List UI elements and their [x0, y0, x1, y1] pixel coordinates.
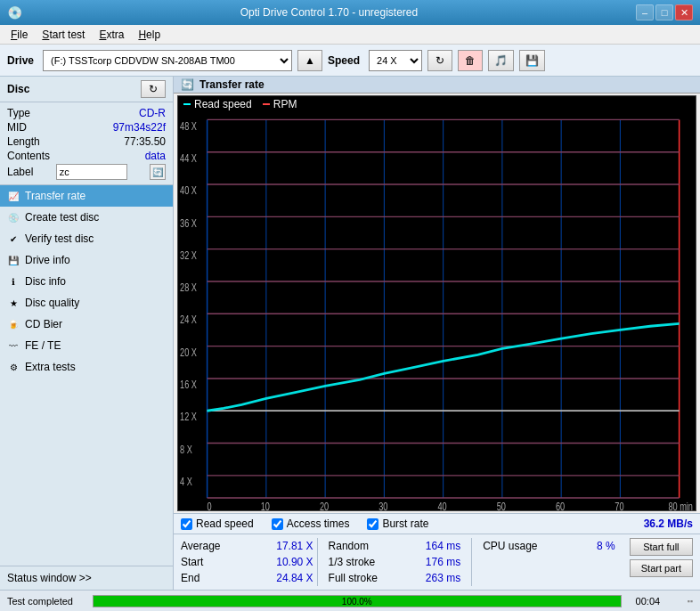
disc-label-input[interactable]: [56, 164, 127, 180]
svg-text:48 X: 48 X: [180, 119, 197, 132]
nav-disc-info[interactable]: ℹ Disc info: [0, 271, 173, 292]
nav-disc-quality[interactable]: ★ Disc quality: [0, 292, 173, 314]
status-window-button[interactable]: Status window >>: [0, 566, 173, 590]
nav-transfer-rate[interactable]: 📈 Transfer rate: [0, 185, 173, 207]
disc-length-row: Length 77:35.50: [7, 134, 166, 149]
disc-type-row: Type CD-R: [7, 106, 166, 120]
right-panel: 🔄 Transfer rate Read speed RPM: [174, 77, 700, 590]
progress-bar: 100.0%: [93, 595, 622, 607]
refresh-button[interactable]: ↻: [427, 50, 452, 71]
svg-text:0: 0: [208, 501, 212, 510]
title-bar: 💿 Opti Drive Control 1.70 - unregistered…: [0, 0, 700, 25]
chart-svg: 48 X 44 X 40 X 36 X 32 X 28 X 24 X 20 X …: [178, 112, 696, 510]
svg-text:80 min: 80 min: [668, 501, 693, 510]
cpu-value: 8 %: [562, 540, 615, 552]
svg-text:60: 60: [556, 501, 565, 510]
speed-select[interactable]: 24 X: [369, 50, 422, 71]
transfer-rate-icon: 📈: [7, 190, 20, 202]
disc-section-header: Disc ↻: [0, 77, 173, 102]
extra-tests-icon: ⚙: [7, 361, 20, 373]
end-stat-row: End 24.84 X: [181, 570, 313, 586]
eject-button[interactable]: ▲: [297, 50, 322, 71]
end-value: 24.84 X: [260, 572, 313, 584]
svg-text:20: 20: [320, 501, 329, 510]
start-label: Start: [181, 556, 203, 568]
disc-contents-label: Contents: [7, 150, 50, 162]
cd-bier-icon: 🍺: [7, 318, 20, 330]
stat-action-buttons: Start full Start part: [623, 538, 693, 586]
disc-length-label: Length: [7, 135, 40, 148]
menu-start-test[interactable]: Start test: [35, 27, 92, 43]
cpu-label: CPU usage: [483, 540, 537, 552]
legend-read-speed-dot: [183, 103, 191, 105]
app-title: Opti Drive Control 1.70 - unregistered: [22, 6, 636, 19]
minimize-button[interactable]: –: [636, 4, 654, 20]
end-label: End: [181, 572, 199, 584]
burst-rate-checkbox[interactable]: [367, 518, 378, 530]
nav-create-test-disc[interactable]: 💿 Create test disc: [0, 207, 173, 228]
random-stat-row: Random 164 ms: [329, 538, 461, 554]
nav-extra-tests-label: Extra tests: [25, 361, 76, 373]
svg-text:16 X: 16 X: [180, 379, 197, 391]
disc-contents-row: Contents data: [7, 149, 166, 163]
rip-button[interactable]: 🎵: [488, 50, 514, 71]
disc-label-row: Label 🔄: [7, 163, 166, 181]
read-speed-checkbox[interactable]: [181, 518, 192, 530]
random-label: Random: [329, 540, 369, 552]
nav-drive-info-label: Drive info: [25, 254, 70, 266]
nav-verify-test-disc[interactable]: ✔ Verify test disc: [0, 228, 173, 249]
progress-text: 100.0%: [94, 596, 621, 608]
legend-read-speed: Read speed: [183, 98, 252, 110]
full-stroke-label: Full stroke: [329, 572, 378, 584]
start-full-button[interactable]: Start full: [630, 538, 693, 556]
menu-file[interactable]: File: [4, 27, 35, 43]
disc-mid-row: MID 97m34s22f: [7, 120, 166, 134]
disc-info-panel: Type CD-R MID 97m34s22f Length 77:35.50 …: [0, 102, 173, 185]
menu-bar: File Start test Extra Help: [0, 25, 700, 45]
erase-button[interactable]: 🗑: [458, 50, 483, 71]
burst-rate-value: 36.2 MB/s: [644, 517, 693, 530]
start-value: 10.90 X: [260, 556, 313, 568]
svg-text:10: 10: [261, 501, 270, 510]
fe-te-icon: 〰: [7, 339, 20, 352]
start-part-button[interactable]: Start part: [630, 559, 693, 577]
access-times-checkbox[interactable]: [272, 518, 283, 530]
disc-refresh-button[interactable]: ↻: [141, 80, 166, 98]
access-times-checkbox-label: Access times: [287, 517, 350, 530]
chart-controls: Read speed Access times Burst rate 36.2 …: [174, 513, 700, 534]
svg-text:28 X: 28 X: [180, 281, 197, 294]
one-third-value: 176 ms: [407, 556, 460, 568]
left-panel: Disc ↻ Type CD-R MID 97m34s22f Length 77…: [0, 77, 174, 590]
chart-title-label: Transfer rate: [199, 78, 265, 91]
nav-extra-tests[interactable]: ⚙ Extra tests: [0, 356, 173, 378]
corner-indicator: ▪▪: [688, 597, 693, 606]
start-stat-row: Start 10.90 X: [181, 554, 313, 570]
legend-rpm-label: RPM: [273, 98, 297, 110]
nav-drive-info[interactable]: 💾 Drive info: [0, 249, 173, 271]
drive-select[interactable]: (F:) TSSTcorp CDDVDW SN-208AB TM00: [43, 50, 292, 71]
svg-text:32 X: 32 X: [180, 248, 197, 261]
svg-text:20 X: 20 X: [180, 346, 197, 358]
right-stats-col: CPU usage 8 %: [476, 538, 623, 586]
svg-text:12 X: 12 X: [180, 411, 197, 423]
disc-type-value: CD-R: [139, 107, 166, 119]
verify-test-disc-icon: ✔: [7, 232, 20, 245]
disc-header-label: Disc: [7, 83, 29, 95]
nav-fe-te[interactable]: 〰 FE / TE: [0, 335, 173, 356]
close-button[interactable]: ✕: [675, 4, 693, 20]
menu-extra[interactable]: Extra: [92, 27, 131, 43]
create-test-disc-icon: 💿: [7, 211, 20, 224]
menu-help[interactable]: Help: [131, 27, 167, 43]
status-text: Test completed: [7, 596, 78, 607]
drive-info-icon: 💾: [7, 254, 20, 266]
disc-mid-label: MID: [7, 121, 27, 134]
nav-menu: 📈 Transfer rate 💿 Create test disc ✔ Ver…: [0, 185, 173, 566]
maximize-button[interactable]: □: [655, 4, 673, 20]
disc-quality-icon: ★: [7, 297, 20, 309]
save-button[interactable]: 💾: [519, 50, 545, 71]
nav-cd-bier[interactable]: 🍺 CD Bier: [0, 314, 173, 335]
average-label: Average: [181, 540, 220, 552]
disc-label-button[interactable]: 🔄: [150, 164, 166, 180]
one-third-label: 1/3 stroke: [329, 556, 376, 568]
disc-type-label: Type: [7, 107, 30, 119]
